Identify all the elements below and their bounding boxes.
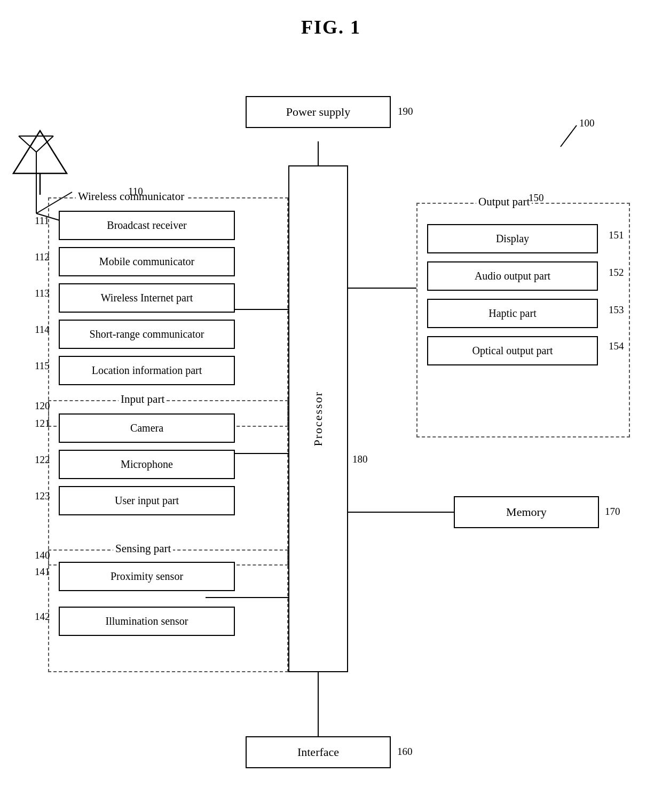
power-supply-label: Power supply <box>286 105 350 119</box>
microphone-box: Microphone <box>59 450 235 479</box>
wireless-internet-box: Wireless Internet part <box>59 283 235 313</box>
location-information-label: Location information part <box>92 364 202 377</box>
ref-154: 154 <box>609 340 624 352</box>
power-supply-box: Power supply <box>246 96 391 128</box>
ref-122: 122 <box>35 454 50 466</box>
ref-114: 114 <box>35 324 50 336</box>
interface-label: Interface <box>297 745 339 759</box>
svg-line-13 <box>561 125 577 147</box>
user-input-part-box: User input part <box>59 486 235 515</box>
audio-output-label: Audio output part <box>475 270 550 282</box>
display-box: Display <box>427 224 598 253</box>
ref-100: 100 <box>579 117 595 129</box>
ref-142: 142 <box>35 611 50 623</box>
location-information-box: Location information part <box>59 356 235 385</box>
microphone-label: Microphone <box>121 458 173 471</box>
ref-115: 115 <box>35 360 50 372</box>
ref-151: 151 <box>609 229 624 241</box>
memory-box: Memory <box>454 496 599 528</box>
illumination-sensor-label: Illumination sensor <box>106 615 188 627</box>
ref-150: 150 <box>529 192 544 204</box>
mobile-communicator-label: Mobile communicator <box>99 256 194 268</box>
ref-111: 111 <box>35 215 49 227</box>
ref-152: 152 <box>609 267 624 278</box>
haptic-part-label: Haptic part <box>488 307 536 320</box>
ref-140: 140 <box>35 550 50 561</box>
ref-110: 110 <box>128 186 143 197</box>
interface-box: Interface <box>246 736 391 768</box>
sensing-part-label: Sensing part <box>113 542 173 555</box>
ref-121: 121 <box>35 418 50 429</box>
output-part-label: Output part <box>476 195 532 209</box>
ref-190: 190 <box>398 106 413 117</box>
ref-123: 123 <box>35 490 50 502</box>
memory-label: Memory <box>506 505 547 519</box>
input-part-label: Input part <box>119 393 167 406</box>
display-label: Display <box>496 233 529 245</box>
proximity-sensor-box: Proximity sensor <box>59 562 235 591</box>
illumination-sensor-box: Illumination sensor <box>59 607 235 636</box>
camera-label: Camera <box>130 422 163 434</box>
ref-170: 170 <box>605 506 620 518</box>
proximity-sensor-label: Proximity sensor <box>111 570 183 583</box>
ref-112: 112 <box>35 251 50 263</box>
optical-output-label: Optical output part <box>472 345 553 357</box>
ref-160: 160 <box>397 746 413 758</box>
short-range-communicator-box: Short-range communicator <box>59 320 235 349</box>
mobile-communicator-box: Mobile communicator <box>59 247 235 276</box>
broadcast-receiver-label: Broadcast receiver <box>107 219 186 232</box>
user-input-part-label: User input part <box>115 495 179 507</box>
haptic-part-box: Haptic part <box>427 299 598 328</box>
ref-180: 180 <box>352 453 368 465</box>
short-range-communicator-label: Short-range communicator <box>90 328 204 340</box>
audio-output-box: Audio output part <box>427 261 598 291</box>
svg-marker-14 <box>13 131 67 173</box>
optical-output-box: Optical output part <box>427 336 598 365</box>
processor-box: Processor <box>288 165 348 672</box>
ref-141: 141 <box>35 566 50 578</box>
ref-153: 153 <box>609 304 624 316</box>
broadcast-receiver-box: Broadcast receiver <box>59 211 235 240</box>
ref-120: 120 <box>35 400 50 412</box>
wireless-internet-label: Wireless Internet part <box>101 292 193 304</box>
ref-113: 113 <box>35 288 50 299</box>
page-title: FIG. 1 <box>0 0 662 38</box>
camera-box: Camera <box>59 413 235 443</box>
